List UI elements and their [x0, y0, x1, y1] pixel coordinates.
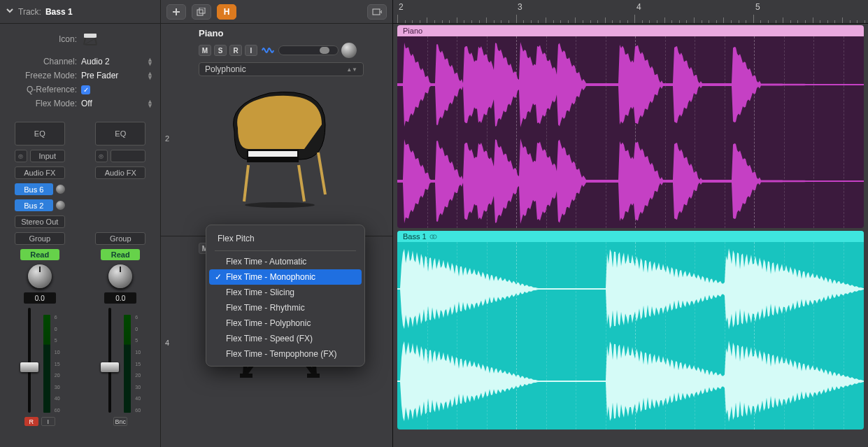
- send-knob[interactable]: [56, 185, 65, 194]
- send-bus2[interactable]: Bus 2: [15, 199, 53, 211]
- freeze-mode-row[interactable]: Freeze Mode: Pre Fader▲▼: [0, 69, 160, 83]
- svg-line-8: [318, 152, 325, 194]
- arrange-area[interactable]: 2 3 4 5 Piano Bass 1: [393, 0, 868, 447]
- audiofx-slot[interactable]: Audio FX: [15, 166, 65, 179]
- flex-mode-value: Off: [81, 99, 92, 108]
- menu-item[interactable]: Flex Time - Slicing: [209, 285, 362, 300]
- duplicate-track-button[interactable]: [192, 4, 211, 20]
- menu-item[interactable]: Flex Time - Polyphonic: [209, 315, 362, 331]
- menu-item[interactable]: Flex Time - Monophonic: [209, 269, 362, 285]
- track-icon[interactable]: [81, 29, 99, 50]
- updown-icon: ▲▼: [147, 99, 153, 108]
- q-reference-row: Q-Reference: ✓: [0, 83, 160, 97]
- freeze-value: Pre Fader: [81, 71, 118, 80]
- add-track-button[interactable]: [166, 4, 186, 20]
- track-header-name: Bass 1: [45, 7, 73, 17]
- menu-title[interactable]: Flex Pitch: [209, 229, 362, 248]
- bar-label: 5: [755, 2, 760, 12]
- updown-icon: ▲▼: [147, 57, 153, 66]
- flex-mode-menu: Flex Pitch Flex Time - AutomaticFlex Tim…: [206, 225, 365, 367]
- bar-label: 4: [636, 2, 641, 12]
- stereo-link-icon: [429, 233, 437, 241]
- flex-mode-dropdown[interactable]: Polyphonic ▲▼: [199, 62, 364, 76]
- q-reference-checkbox[interactable]: ✓: [81, 85, 90, 94]
- track-instrument-image: [171, 76, 388, 215]
- output-slot[interactable]: Stereo Out: [15, 215, 65, 228]
- pan-knob[interactable]: [108, 264, 132, 288]
- flex-icon[interactable]: [260, 45, 276, 56]
- inspector-header[interactable]: Track: Bass 1: [0, 0, 160, 24]
- fader-scale: 605101520304060: [135, 315, 141, 413]
- svg-rect-16: [307, 374, 320, 378]
- fader-scale: 605101520304060: [55, 315, 60, 413]
- svg-rect-1: [197, 10, 203, 15]
- fader-meter: 605101520304060: [100, 308, 141, 413]
- track-headers-column: H Piano M S R I Polyphonic ▲▼: [160, 0, 393, 447]
- flex-mode-dropdown-value: Polyphonic: [205, 64, 246, 74]
- menu-item[interactable]: Flex Time - Speed (FX): [209, 331, 362, 346]
- region-label: Piano: [397, 25, 864, 36]
- input-slot[interactable]: Input: [30, 150, 65, 162]
- group-slot[interactable]: Group: [95, 232, 145, 245]
- input-mon-button[interactable]: I: [245, 45, 257, 56]
- channel-strip-primary: EQ ◎ Input Audio FX Bus 6 Bus 2 Stereo O…: [0, 122, 80, 447]
- channel-value: Audio 2: [81, 57, 110, 66]
- timeline-ruler[interactable]: 2 3 4 5: [393, 0, 868, 24]
- updown-icon: ▲▼: [147, 71, 153, 80]
- eq-slot[interactable]: EQ: [15, 122, 65, 146]
- input-monitor[interactable]: I: [41, 417, 55, 426]
- automation-mode[interactable]: Read: [20, 249, 59, 260]
- level-meter: [124, 315, 131, 413]
- menu-item[interactable]: Flex Time - Tempophone (FX): [209, 346, 362, 362]
- waveform-icon: [397, 136, 864, 227]
- send-knob[interactable]: [56, 201, 65, 210]
- pan-knob[interactable]: [28, 264, 52, 288]
- bounce-button[interactable]: Bnc: [113, 417, 127, 426]
- tracks-toolbar: H: [161, 0, 392, 24]
- level-meter: [43, 315, 50, 413]
- volume-fader[interactable]: [20, 308, 39, 413]
- hide-button[interactable]: H: [217, 4, 236, 20]
- stereo-icon[interactable]: ◎: [15, 150, 27, 162]
- track-name[interactable]: Piano: [199, 28, 388, 38]
- stereo-icon[interactable]: ◎: [95, 150, 108, 162]
- catch-button[interactable]: [367, 4, 387, 20]
- record-enable[interactable]: R: [24, 417, 38, 426]
- svg-rect-0: [84, 34, 97, 38]
- svg-line-6: [244, 165, 248, 201]
- svg-rect-15: [240, 374, 252, 378]
- track-number: 2: [161, 134, 169, 143]
- region-bass[interactable]: Bass 1: [397, 231, 864, 430]
- svg-rect-3: [373, 9, 380, 15]
- volume-slider[interactable]: [278, 45, 339, 55]
- mute-button[interactable]: M: [199, 45, 211, 56]
- updown-icon: ▲▼: [346, 66, 357, 73]
- flex-mode-row[interactable]: Flex Mode: Off▲▼: [0, 97, 160, 111]
- send-bus6[interactable]: Bus 6: [15, 183, 53, 195]
- menu-item[interactable]: Flex Time - Automatic: [209, 254, 362, 269]
- menu-item[interactable]: Flex Time - Rhythmic: [209, 300, 362, 315]
- solo-button[interactable]: S: [214, 45, 227, 56]
- pan-mini-knob[interactable]: [341, 43, 357, 58]
- audiofx-slot[interactable]: Audio FX: [95, 166, 145, 179]
- region-label: Bass 1: [397, 231, 864, 242]
- track-header-label: Track:: [18, 7, 41, 17]
- input-slot[interactable]: [111, 150, 145, 162]
- channel-row[interactable]: Channel: Audio 2▲▼: [0, 55, 160, 69]
- svg-point-18: [432, 234, 436, 239]
- pan-value[interactable]: 0.0: [24, 292, 56, 304]
- waveform-icon: [397, 39, 864, 130]
- svg-rect-2: [199, 8, 205, 13]
- automation-mode[interactable]: Read: [101, 249, 140, 260]
- region-piano[interactable]: Piano: [397, 25, 864, 228]
- group-slot[interactable]: Group: [15, 232, 65, 245]
- volume-fader[interactable]: [100, 308, 120, 413]
- waveform-icon: [397, 245, 864, 333]
- eq-slot[interactable]: EQ: [95, 122, 145, 146]
- pan-value[interactable]: 0.0: [104, 292, 136, 304]
- svg-point-9: [245, 202, 315, 208]
- record-button[interactable]: R: [229, 45, 242, 56]
- bar-label: 3: [518, 2, 522, 12]
- track-header-piano[interactable]: Piano M S R I Polyphonic ▲▼: [161, 24, 392, 236]
- chevron-down-icon[interactable]: [6, 6, 14, 17]
